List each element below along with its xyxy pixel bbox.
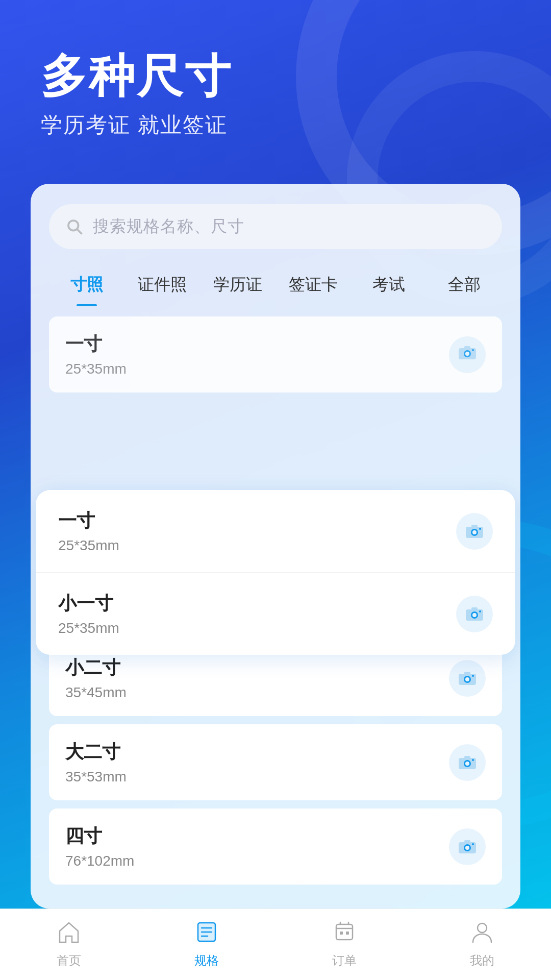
popup-item-xiaoyicun[interactable]: 小一寸 25*35mm bbox=[36, 573, 515, 655]
svg-point-14 bbox=[472, 613, 477, 617]
spec-icon bbox=[195, 921, 218, 948]
tab-xuelizhen[interactable]: 学历证 bbox=[200, 264, 276, 306]
nav-label-order: 订单 bbox=[332, 952, 357, 969]
svg-rect-10 bbox=[471, 525, 478, 527]
svg-point-16 bbox=[479, 610, 481, 612]
nav-label-spec: 规格 bbox=[194, 952, 219, 969]
camera-button-xiaoercun[interactable] bbox=[449, 660, 486, 697]
popup-card: 一寸 25*35mm 小一寸 25*35mm bbox=[36, 490, 515, 655]
popup-item-size-1: 25*35mm bbox=[58, 537, 119, 554]
camera-button-sicun[interactable] bbox=[449, 828, 486, 865]
mine-icon bbox=[470, 921, 494, 948]
popup-item-info-2: 小一寸 25*35mm bbox=[58, 591, 119, 636]
tab-cunzhao[interactable]: 寸照 bbox=[49, 264, 124, 306]
svg-point-6 bbox=[472, 349, 474, 351]
svg-point-46 bbox=[478, 923, 487, 933]
camera-icon bbox=[458, 345, 477, 364]
list-item-size: 25*35mm bbox=[65, 361, 127, 377]
list-item-name-xiaoercun: 小二寸 bbox=[65, 655, 127, 680]
svg-rect-42 bbox=[336, 924, 353, 940]
camera-button-yicun-partial[interactable] bbox=[449, 336, 486, 373]
order-icon bbox=[333, 921, 356, 948]
nav-label-home: 首页 bbox=[57, 952, 81, 969]
popup-item-name-1: 一寸 bbox=[58, 508, 119, 533]
svg-rect-44 bbox=[340, 932, 343, 935]
tab-kaoshi[interactable]: 考试 bbox=[351, 264, 427, 306]
nav-item-home[interactable]: 首页 bbox=[0, 921, 138, 969]
svg-point-26 bbox=[472, 675, 474, 677]
nav-item-spec[interactable]: 规格 bbox=[138, 921, 276, 969]
nav-item-mine[interactable]: 我的 bbox=[413, 921, 551, 969]
list-item-info-sicun: 四寸 76*102mm bbox=[65, 824, 134, 869]
list-item-size-daercun: 35*53mm bbox=[65, 769, 127, 785]
bottom-nav: 首页 规格 订单 bbox=[0, 909, 551, 980]
svg-point-4 bbox=[465, 352, 469, 356]
main-card: 搜索规格名称、尺寸 寸照 证件照 学历证 签证卡 考试 全部 一寸 25*35m… bbox=[31, 184, 520, 909]
list-item-size-xiaoercun: 35*45mm bbox=[65, 684, 127, 701]
nav-item-order[interactable]: 订单 bbox=[276, 921, 413, 969]
nav-label-mine: 我的 bbox=[470, 952, 494, 969]
tab-quanbu[interactable]: 全部 bbox=[427, 264, 502, 306]
svg-rect-25 bbox=[464, 672, 470, 674]
camera-button-daercun[interactable] bbox=[449, 744, 486, 781]
camera-button-popup-2[interactable] bbox=[456, 596, 493, 632]
list-item-info-daercun: 大二寸 35*53mm bbox=[65, 740, 127, 785]
svg-point-36 bbox=[472, 843, 474, 845]
svg-point-31 bbox=[472, 759, 474, 761]
popup-item-size-2: 25*35mm bbox=[58, 620, 119, 636]
svg-rect-45 bbox=[346, 932, 349, 935]
list-item-size-sicun: 76*102mm bbox=[65, 853, 134, 869]
header: 多种尺寸 学历考证 就业签证 bbox=[41, 51, 233, 139]
svg-point-11 bbox=[479, 528, 481, 530]
list-item-name: 一寸 bbox=[65, 332, 127, 357]
list-item-info: 一寸 25*35mm bbox=[65, 332, 127, 377]
home-icon bbox=[57, 921, 81, 948]
list-item-name-daercun: 大二寸 bbox=[65, 740, 127, 765]
search-placeholder-text: 搜索规格名称、尺寸 bbox=[93, 215, 244, 238]
svg-point-24 bbox=[465, 677, 469, 681]
svg-point-9 bbox=[472, 530, 477, 534]
list-item-sicun[interactable]: 四寸 76*102mm bbox=[49, 808, 502, 885]
list-area: 一寸 25*35mm 一寸 bbox=[49, 316, 502, 885]
page-title: 多种尺寸 bbox=[41, 51, 233, 102]
svg-rect-15 bbox=[471, 607, 478, 610]
list-item-name-sicun: 四寸 bbox=[65, 824, 134, 849]
svg-rect-5 bbox=[464, 346, 470, 349]
popup-item-yicun[interactable]: 一寸 25*35mm bbox=[36, 490, 515, 573]
popup-item-name-2: 小一寸 bbox=[58, 591, 119, 616]
svg-point-29 bbox=[465, 762, 469, 766]
svg-line-1 bbox=[77, 229, 81, 233]
popup-item-info-1: 一寸 25*35mm bbox=[58, 508, 119, 554]
tab-zhengjian[interactable]: 证件照 bbox=[124, 264, 200, 306]
camera-button-popup-1[interactable] bbox=[456, 513, 493, 550]
page-subtitle: 学历考证 就业签证 bbox=[41, 111, 233, 139]
svg-rect-30 bbox=[464, 756, 470, 758]
list-item-yicun-partial[interactable]: 一寸 25*35mm bbox=[49, 316, 502, 393]
search-bar[interactable]: 搜索规格名称、尺寸 bbox=[49, 204, 502, 249]
tab-bar: 寸照 证件照 学历证 签证卡 考试 全部 bbox=[31, 259, 520, 306]
list-item-daercun[interactable]: 大二寸 35*53mm bbox=[49, 724, 502, 800]
svg-point-34 bbox=[465, 846, 469, 850]
list-item-info-xiaoercun: 小二寸 35*45mm bbox=[65, 655, 127, 701]
search-icon bbox=[65, 217, 84, 236]
tab-qianzheng[interactable]: 签证卡 bbox=[276, 264, 351, 306]
svg-rect-35 bbox=[464, 840, 470, 843]
